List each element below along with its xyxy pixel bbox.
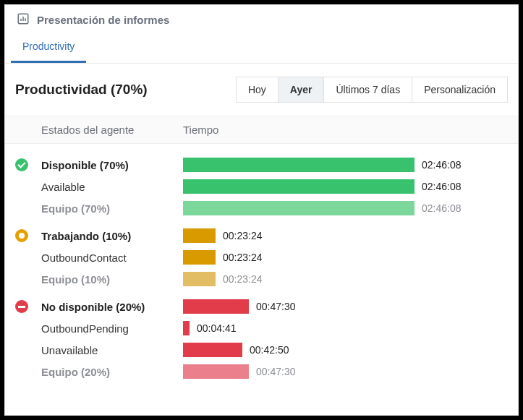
- status-group: Disponible (70%)02:46:08Available02:46:0…: [15, 154, 508, 219]
- tabs: Productivity: [5, 33, 518, 63]
- minus-circle-icon: [15, 300, 28, 313]
- status-row-team: Equipo (20%)00:47:30: [15, 361, 508, 382]
- bar: [183, 179, 414, 194]
- status-row-team: Equipo (10%)00:23:24: [15, 268, 508, 290]
- time-value: 00:47:30: [256, 301, 296, 312]
- status-label: Available: [41, 181, 183, 193]
- bar: [183, 272, 216, 286]
- status-group: No disponible (20%)00:47:30OutboundPendi…: [15, 296, 508, 382]
- status-row-header: Trabajando (10%)00:23:24: [15, 225, 508, 247]
- bar: [183, 299, 249, 314]
- status-icon-cell: [15, 158, 41, 171]
- status-label: Equipo (10%): [41, 273, 183, 286]
- chart-icon: [17, 12, 30, 27]
- status-row: OutboundPending00:04:41: [15, 317, 508, 339]
- range-today[interactable]: Hoy: [236, 77, 278, 103]
- table-header: Estados del agente Tiempo: [5, 116, 518, 144]
- bar-area: 02:46:08: [183, 179, 508, 194]
- status-row: Available02:46:08: [15, 176, 508, 197]
- time-value: 02:46:08: [422, 159, 462, 171]
- status-icon-cell: [15, 229, 41, 242]
- status-label: Equipo (70%): [41, 202, 183, 215]
- col-time: Tiempo: [183, 124, 508, 136]
- bar-area: 00:47:30: [183, 364, 508, 380]
- titlebar-label: Presentación de informes: [37, 14, 169, 26]
- status-label: No disponible (20%): [41, 301, 183, 313]
- status-label: OutboundContact: [41, 252, 183, 264]
- bar-area: 00:23:24: [183, 228, 508, 244]
- app-window: Presentación de informes Productivity Pr…: [4, 4, 519, 416]
- time-value: 02:46:08: [422, 181, 462, 192]
- range-yesterday[interactable]: Ayer: [278, 77, 325, 103]
- bar-area: 02:46:08: [183, 200, 508, 216]
- bar: [183, 343, 242, 357]
- bar-area: 00:04:41: [183, 320, 508, 336]
- range-custom[interactable]: Personalización: [412, 77, 508, 103]
- time-value: 02:46:08: [422, 202, 462, 214]
- check-circle-icon: [15, 158, 28, 171]
- bar: [183, 158, 414, 172]
- status-label: Unavailable: [41, 344, 183, 356]
- time-value: 00:04:41: [197, 322, 237, 334]
- status-icon-cell: [15, 300, 41, 313]
- bar-area: 00:47:30: [183, 299, 508, 314]
- status-row-header: Disponible (70%)02:46:08: [15, 154, 508, 176]
- bar-area: 02:46:08: [183, 157, 508, 173]
- status-label: Equipo (20%): [41, 366, 183, 378]
- ring-icon: [15, 229, 28, 242]
- bar-area: 00:23:24: [183, 249, 508, 265]
- time-value: 00:23:24: [223, 273, 263, 285]
- time-value: 00:42:50: [250, 344, 289, 356]
- bar: [183, 228, 216, 243]
- header-row: Productividad (70%) Hoy Ayer Últimos 7 d…: [5, 64, 518, 111]
- status-row: Unavailable00:42:50: [15, 339, 508, 361]
- tab-productivity[interactable]: Productivity: [11, 33, 86, 63]
- time-value: 00:23:24: [223, 230, 263, 241]
- bar: [183, 364, 249, 379]
- bar: [183, 201, 414, 215]
- groups: Disponible (70%)02:46:08Available02:46:0…: [5, 144, 518, 390]
- time-value: 00:23:24: [223, 252, 263, 263]
- status-row-header: No disponible (20%)00:47:30: [15, 296, 508, 317]
- bar-area: 00:23:24: [183, 271, 508, 287]
- col-state: Estados del agente: [41, 124, 183, 136]
- bar: [183, 321, 190, 335]
- status-row-team: Equipo (70%)02:46:08: [15, 197, 508, 219]
- page-title: Productividad (70%): [15, 82, 148, 98]
- bar: [183, 250, 216, 265]
- time-value: 00:47:30: [256, 366, 296, 377]
- status-label: Trabajando (10%): [41, 230, 183, 242]
- range-buttons: Hoy Ayer Últimos 7 días Personalización: [237, 77, 508, 103]
- status-row: OutboundContact00:23:24: [15, 247, 508, 268]
- status-label: Disponible (70%): [41, 159, 183, 171]
- range-7days[interactable]: Últimos 7 días: [323, 77, 412, 103]
- bar-area: 00:42:50: [183, 342, 508, 358]
- titlebar: Presentación de informes: [5, 5, 518, 33]
- status-group: Trabajando (10%)00:23:24OutboundContact0…: [15, 225, 508, 290]
- status-label: OutboundPending: [41, 322, 183, 335]
